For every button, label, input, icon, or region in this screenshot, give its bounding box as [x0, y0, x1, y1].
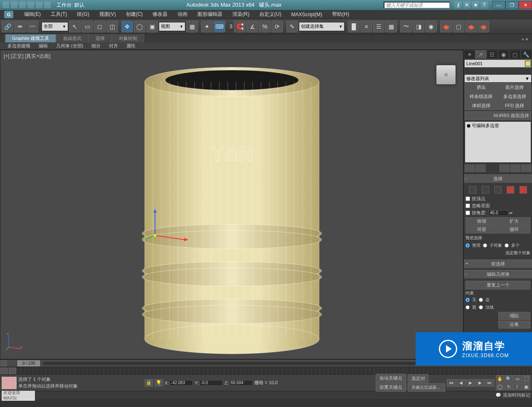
- ribbon-tab-graphite[interactable]: Graphite 建模工具: [5, 34, 56, 42]
- project-icon[interactable]: [44, 2, 51, 8]
- menu-create[interactable]: 创建(C): [121, 10, 148, 19]
- chk-byvertex[interactable]: [466, 196, 470, 201]
- ribbon-collapse-icon[interactable]: ▾ ▼: [519, 37, 532, 42]
- graphite-toggle-icon[interactable]: ▦: [385, 21, 397, 32]
- time-slider-knob[interactable]: 0 / 100: [17, 360, 40, 366]
- rpanel-polymodel[interactable]: 多边形建模: [3, 42, 34, 49]
- btn-polysel[interactable]: 多边形选择: [498, 92, 532, 101]
- btn-nurbs[interactable]: NURBS 曲面选择: [465, 111, 531, 120]
- help-icon[interactable]: ?: [480, 1, 488, 9]
- align-icon[interactable]: ≡: [360, 21, 372, 32]
- btn-shrink[interactable]: 收缩: [466, 217, 498, 225]
- scale-icon[interactable]: ▣: [146, 21, 158, 32]
- pin-stack-icon[interactable]: [465, 164, 475, 172]
- comm-center-icon[interactable]: 💬: [495, 392, 501, 398]
- btn-repeat[interactable]: 重复上一个: [466, 281, 530, 289]
- nav-roll-icon[interactable]: ↻: [505, 383, 513, 390]
- ribbon-tab-selection[interactable]: 选择: [89, 34, 112, 42]
- radio-subobj[interactable]: [483, 243, 487, 248]
- cp-tab-utilities-icon[interactable]: 🔧: [521, 50, 532, 59]
- coord-x[interactable]: -42.063: [170, 380, 193, 386]
- subobj-element-icon[interactable]: [520, 186, 527, 194]
- play-icon[interactable]: ▶: [466, 379, 475, 387]
- menu-grapheditors[interactable]: 图形编辑器: [192, 10, 227, 19]
- menu-modifiers[interactable]: 修改器: [148, 10, 172, 19]
- btn-collapse[interactable]: 塌陷: [498, 312, 531, 320]
- percent-snap-icon[interactable]: %: [259, 21, 271, 32]
- isolate-icon[interactable]: 💡: [155, 379, 163, 387]
- make-unique-icon[interactable]: [500, 164, 510, 172]
- chk-ignoreback[interactable]: [466, 204, 470, 208]
- search-input[interactable]: [384, 2, 450, 9]
- coord-y[interactable]: -0.0: [200, 380, 223, 386]
- rpanel-align[interactable]: 对齐: [105, 42, 122, 49]
- subobj-border-icon[interactable]: [494, 186, 502, 194]
- exchange-icon[interactable]: ✕: [463, 1, 470, 9]
- signin-icon[interactable]: ⚷: [454, 1, 462, 9]
- modifier-stack[interactable]: ◼ 可编辑多边形: [465, 121, 531, 163]
- nav-fov-icon[interactable]: ▭: [513, 375, 522, 382]
- configure-sets-icon[interactable]: [521, 164, 531, 172]
- btn-ring[interactable]: 环形: [466, 226, 498, 233]
- cp-tab-create-icon[interactable]: ☀: [464, 50, 475, 59]
- window-crossing-icon[interactable]: ◫: [106, 21, 118, 32]
- close-button[interactable]: ✕: [519, 1, 532, 9]
- radio-constrain-none[interactable]: [466, 298, 470, 302]
- keyboard-shortcut-icon[interactable]: ⌨: [214, 21, 225, 32]
- maximize-button[interactable]: ❐: [505, 1, 519, 9]
- render-prod-icon[interactable]: 🫖: [478, 21, 489, 32]
- schematic-icon[interactable]: ◨: [413, 21, 424, 32]
- rpanel-edit[interactable]: 编辑: [34, 42, 52, 49]
- trackbar-ruler[interactable]: [17, 367, 532, 374]
- nav-walk-icon[interactable]: 🚶: [513, 383, 522, 390]
- render-frame-icon[interactable]: ▢: [453, 21, 464, 32]
- rollout-editgeom-header[interactable]: -编辑几何体: [464, 270, 532, 279]
- subobj-edge-icon[interactable]: [482, 186, 489, 194]
- save-icon[interactable]: [19, 2, 26, 8]
- nav-zoom-icon[interactable]: 🔍: [505, 375, 513, 382]
- object-name-field[interactable]: Line001: [465, 60, 531, 67]
- rollout-softsel-header[interactable]: +软选择: [464, 260, 532, 268]
- coord-z[interactable]: 68.684: [229, 380, 253, 386]
- nav-maxrestore-icon[interactable]: ▣: [522, 383, 530, 390]
- remove-mod-icon[interactable]: [510, 164, 520, 172]
- menu-views[interactable]: 视图(V): [94, 10, 121, 19]
- snap-icon[interactable]: 🧲: [234, 21, 246, 32]
- maxscript-mini[interactable]: 欢迎使用 MAXSc: [2, 390, 35, 401]
- viewcube[interactable]: 前: [436, 65, 456, 84]
- radio-disable[interactable]: [466, 243, 470, 248]
- show-end-icon[interactable]: [475, 164, 485, 172]
- setkey-button[interactable]: 设置关键点: [376, 383, 406, 392]
- prev-frame-icon[interactable]: ◀: [456, 379, 466, 387]
- radio-multi[interactable]: [505, 243, 509, 248]
- new-icon[interactable]: [2, 2, 9, 8]
- menu-tools[interactable]: 工具(T): [46, 10, 72, 19]
- btn-loop[interactable]: 循环: [498, 226, 531, 233]
- lock-selection-icon[interactable]: 🔒: [145, 379, 153, 387]
- select-name-icon[interactable]: ▭: [81, 21, 93, 32]
- viewport[interactable]: [+] [正交] [真实+边面] 前: [0, 50, 463, 359]
- rpanel-subdiv[interactable]: 细分: [87, 42, 105, 49]
- subobj-vertex-icon[interactable]: [469, 186, 476, 194]
- angle-snap-icon[interactable]: ∡: [246, 21, 258, 32]
- cp-tab-modify-icon[interactable]: ↗: [475, 50, 486, 59]
- next-frame-icon[interactable]: ▶: [475, 379, 485, 387]
- autokey-button[interactable]: 自动关键点: [376, 374, 406, 382]
- render-icon[interactable]: 🫖: [465, 21, 477, 32]
- curve-editor-icon[interactable]: 〜: [400, 21, 412, 32]
- subobj-polygon-icon[interactable]: [507, 186, 514, 194]
- goto-start-icon[interactable]: ⏮: [447, 379, 456, 387]
- trackbar-key-icon[interactable]: [9, 368, 16, 374]
- workspace-label[interactable]: 工作台: 默认: [57, 2, 84, 9]
- ribbon-tab-paint[interactable]: 对象绘制: [112, 34, 144, 42]
- select-region-icon[interactable]: ◻: [94, 21, 106, 32]
- bind-spacewarp-icon[interactable]: 〰: [27, 21, 38, 32]
- rpanel-props[interactable]: 属性: [122, 42, 140, 49]
- selected-button[interactable]: 选定对: [408, 374, 429, 383]
- chk-byangle[interactable]: [466, 211, 470, 215]
- menu-edit[interactable]: 编辑(E): [19, 10, 46, 19]
- link-icon[interactable]: 🔗: [2, 21, 13, 32]
- btn-patchsel[interactable]: 面片选择: [498, 83, 532, 92]
- stack-item-epoly[interactable]: ◼ 可编辑多边形: [465, 122, 531, 130]
- timeline-config-icon[interactable]: [1, 360, 7, 366]
